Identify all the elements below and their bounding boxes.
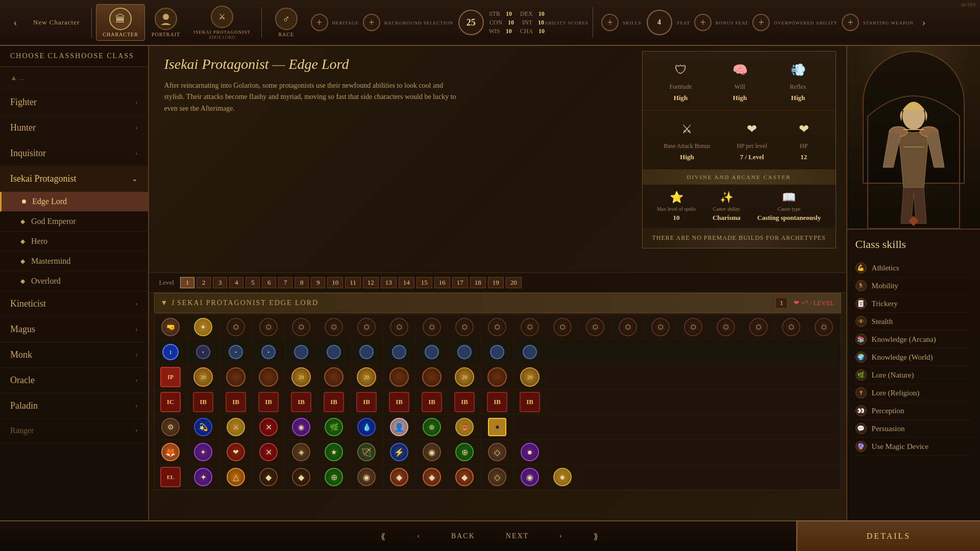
ability-icon[interactable]: ⬡ (325, 318, 343, 336)
ability-icon[interactable]: ✦ (194, 468, 212, 486)
ability-icon[interactable]: ⬡ (521, 318, 539, 336)
ability-icon[interactable]: ★ (488, 418, 506, 436)
ability-icon[interactable]: ⬡ (815, 318, 833, 336)
class-ability-icon[interactable]: IB (291, 392, 311, 412)
ability-icon[interactable]: ◉ (292, 418, 310, 436)
level-18[interactable]: 18 (470, 277, 486, 288)
ability-icon[interactable]: 💧 (357, 418, 376, 436)
ability-icon[interactable]: △ (227, 468, 245, 486)
level-2[interactable]: 2 (197, 277, 211, 288)
class-ranger[interactable]: Ranger › (0, 419, 148, 443)
ability-icon[interactable]: ● (521, 443, 539, 461)
ability-icon[interactable]: ❤ (227, 443, 245, 461)
class-magus[interactable]: Magus › (0, 317, 148, 342)
ability-icon[interactable]: ⬡ (357, 318, 376, 336)
ability-icon[interactable]: ⬡ (455, 318, 474, 336)
class-oracle[interactable]: Oracle › (0, 368, 148, 393)
ability-icon[interactable]: ✦ (194, 443, 212, 461)
class-ability-icon[interactable]: IB (356, 392, 377, 412)
level-14[interactable]: 14 (399, 277, 414, 288)
overpowered-plus[interactable]: + (752, 14, 770, 31)
level-12[interactable]: 12 (363, 277, 379, 288)
ability-icon[interactable]: ⬡ (749, 318, 768, 336)
level-6[interactable]: 6 (262, 277, 276, 288)
subclass-hero[interactable]: ◆ Hero (0, 232, 148, 252)
class-paladin[interactable]: Paladin › (0, 393, 148, 419)
class-ability-icon[interactable] (389, 367, 409, 387)
ability-icon[interactable]: ⬡ (684, 318, 702, 336)
level-node[interactable] (392, 345, 406, 359)
class-monk[interactable]: Monk › (0, 342, 148, 368)
ability-icon[interactable]: ⊕ (455, 443, 474, 461)
level-node[interactable]: • (261, 345, 276, 359)
class-ability-icon[interactable]: EL (160, 467, 181, 487)
class-kineticist[interactable]: Kineticist › (0, 291, 148, 317)
level-11[interactable]: 11 (345, 277, 361, 288)
ability-icon[interactable]: ⬡ (423, 318, 441, 336)
level-3[interactable]: 3 (213, 277, 227, 288)
ability-icon[interactable]: ✕ (259, 443, 278, 461)
tab-portrait[interactable]: PORTRAIT (145, 4, 187, 41)
subclass-god-emperor[interactable]: ◆ God Emperor (0, 212, 148, 232)
level-node[interactable] (327, 345, 341, 359)
class-ability-icon[interactable] (487, 367, 507, 387)
level-20[interactable]: 20 (506, 277, 522, 288)
ability-icon[interactable]: ◉ (357, 468, 376, 486)
ability-icon[interactable]: ◆ (259, 468, 278, 486)
level-5[interactable]: 5 (246, 277, 260, 288)
class-ability-icon[interactable] (422, 367, 442, 387)
class-ability-icon[interactable]: IB (487, 392, 507, 412)
ability-icon[interactable]: ★ (325, 443, 343, 461)
level-16[interactable]: 16 (434, 277, 450, 288)
class-fighter[interactable]: Fighter › (0, 90, 148, 115)
ability-icon[interactable]: ✕ (259, 418, 278, 436)
nav-right-arrow[interactable]: › (914, 12, 934, 33)
class-ability-icon[interactable] (324, 367, 344, 387)
ability-icon[interactable]: ⊕ (325, 468, 343, 486)
class-ability-icon[interactable]: IC (160, 392, 181, 412)
class-ability-icon[interactable]: IB (193, 392, 213, 412)
tab-character[interactable]: 🏛 CHARACTER (96, 4, 145, 41)
ability-icon[interactable]: ◈ (292, 443, 310, 461)
class-ability-icon[interactable]: 20 (455, 367, 474, 387)
class-ability-icon[interactable]: IB (520, 392, 540, 412)
level-node[interactable] (490, 345, 504, 359)
ability-icon[interactable]: 🏹 (357, 443, 376, 461)
ability-icon[interactable]: ⬡ (651, 318, 670, 336)
class-ability-icon[interactable]: 20 (520, 367, 540, 387)
class-ability-icon[interactable]: IB (454, 392, 475, 412)
tab-race[interactable]: ♂ RACE (266, 4, 307, 41)
class-ability-icon[interactable]: IB (258, 392, 279, 412)
level-1[interactable]: 1 (180, 277, 194, 288)
level-8[interactable]: 8 (295, 277, 309, 288)
level-node[interactable] (457, 345, 472, 359)
ability-icon[interactable]: ◆ (292, 468, 310, 486)
ability-icon[interactable]: ◇ (488, 468, 506, 486)
class-ability-icon[interactable]: 20 (291, 367, 311, 387)
ability-icon[interactable]: ⬡ (488, 318, 506, 336)
ability-icon[interactable]: 🤜 (161, 318, 180, 336)
level-node[interactable]: 1 (162, 344, 179, 360)
ability-icon[interactable]: ⬡ (553, 318, 572, 336)
level-4[interactable]: 4 (229, 277, 243, 288)
ability-icon[interactable]: ● (553, 468, 572, 486)
class-isekai[interactable]: Isekai Protagonist ⌄ (0, 166, 148, 192)
class-ability-icon[interactable] (226, 367, 246, 387)
ability-icon[interactable]: ◆ (423, 468, 441, 486)
ability-icon[interactable]: ⬡ (390, 318, 408, 336)
level-node[interactable] (359, 345, 374, 359)
class-ability-icon[interactable]: IP (160, 367, 181, 387)
level-node[interactable] (294, 345, 308, 359)
ability-icon[interactable]: ⬡ (717, 318, 735, 336)
ability-icon[interactable]: ⬡ (782, 318, 800, 336)
ability-icon[interactable]: ⬡ (259, 318, 278, 336)
ability-icon[interactable]: ⚡ (390, 443, 408, 461)
subclass-mastermind[interactable]: ◆ Mastermind (0, 252, 148, 271)
ability-icon[interactable]: ⬡ (292, 318, 310, 336)
ability-icon[interactable]: ◇ (488, 443, 506, 461)
ability-icon[interactable]: 💫 (194, 418, 212, 436)
skills-plus[interactable]: + (601, 14, 619, 31)
skill-collapse-arrow[interactable]: ▼ (161, 299, 168, 307)
subclass-edge-lord[interactable]: Edge Lord (0, 192, 148, 212)
ability-icon[interactable]: ⬡ (227, 318, 245, 336)
